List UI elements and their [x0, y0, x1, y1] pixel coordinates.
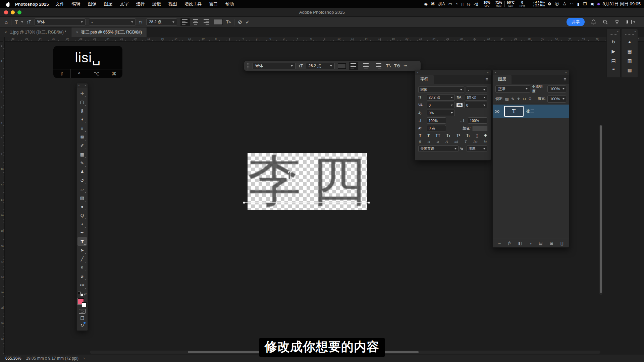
search-icon[interactable] — [602, 19, 608, 25]
quick-mask-icon[interactable] — [79, 309, 86, 314]
eyedropper-tool[interactable]: ✐ — [77, 141, 87, 150]
char-baseline-shift-input[interactable]: 0 点 — [427, 125, 446, 131]
char-color-swatch[interactable] — [473, 126, 487, 131]
canvas-text-layer[interactable]: 李四 — [248, 153, 367, 210]
home-icon[interactable]: ⌂ — [5, 19, 8, 25]
lock-position-icon[interactable]: ✛ — [517, 97, 520, 101]
brush-tool[interactable]: ✎ — [77, 159, 87, 167]
workspace-switcher-icon[interactable] — [626, 20, 632, 24]
tab-character[interactable]: 字符 — [415, 75, 434, 84]
patterns-panel-icon[interactable]: ▩ — [622, 65, 638, 75]
char-leading-select[interactable]: (自动) — [465, 94, 487, 101]
layer-style-icon[interactable]: fx — [508, 241, 511, 246]
close-tab-icon[interactable]: × — [5, 30, 7, 34]
vertical-scrollbar-thumb[interactable] — [600, 125, 602, 293]
tool-preset-icon[interactable]: T — [15, 19, 18, 25]
all-caps-icon[interactable]: TT — [436, 133, 440, 137]
menu-item[interactable]: 滤镜 — [152, 1, 161, 7]
zoom-tool[interactable]: ⌀ — [77, 272, 87, 281]
zoom-level-input[interactable]: 655.36% — [5, 356, 21, 361]
menu-item[interactable]: 文字 — [120, 1, 128, 7]
more-options-icon[interactable]: ••• — [404, 64, 407, 68]
contextual-alternates-icon[interactable]: ct — [428, 139, 430, 143]
generate-text-icon[interactable]: Tϟ — [386, 63, 391, 68]
char-tracking-select[interactable]: 0 — [464, 102, 487, 108]
window-manager-icon[interactable]: ❐ — [583, 2, 587, 6]
command-icon[interactable]: ⌘ — [431, 2, 435, 6]
context-align-center-button[interactable] — [361, 62, 371, 70]
stat-sen[interactable]: 50°CSEN — [504, 1, 517, 7]
lasso-tool[interactable]: § — [77, 106, 87, 115]
document-tab-2[interactable]: × 张三.psb @ 655% (张三, RGB/8#) — [71, 27, 147, 37]
menu-item[interactable]: 编辑 — [71, 1, 80, 7]
char-tsume-select[interactable]: 0% — [427, 110, 455, 116]
panel-menu-icon[interactable]: ≡ — [564, 77, 566, 82]
discover-lightbulb-icon[interactable] — [614, 19, 620, 25]
swap-colors-icon[interactable]: ⇄ — [84, 292, 87, 296]
apple-menu-icon[interactable] — [6, 2, 10, 7]
healing-brush-tool[interactable]: ▦ — [77, 150, 87, 159]
close-tab-icon[interactable]: × — [76, 30, 78, 34]
swash-icon[interactable]: A — [446, 139, 448, 143]
stage-manager-icon[interactable]: ▣ — [590, 2, 594, 6]
vertical-ruler[interactable]: 64202468101214161820222426283032 — [0, 42, 5, 355]
layer-name[interactable]: 张三 — [526, 109, 534, 114]
locate-icon[interactable]: ◎ — [467, 2, 470, 6]
new-layer-icon[interactable]: ⊞ — [550, 241, 553, 246]
cancel-edits-icon[interactable]: ⊘ — [238, 19, 242, 25]
underline-icon[interactable]: T — [476, 133, 478, 137]
menu-item[interactable]: 选择 — [136, 1, 145, 7]
stat-mem[interactable]: 71%MEM — [493, 1, 504, 7]
dodge-tool[interactable]: Ϙ — [77, 211, 87, 220]
char-font-family-select[interactable]: 宋体 — [418, 86, 464, 93]
layer-thumbnail[interactable]: T — [504, 106, 524, 117]
char-horizontal-scale-input[interactable]: 100% — [468, 117, 487, 124]
type-tool[interactable]: T — [77, 237, 87, 246]
char-vertical-scale-input[interactable]: 100% — [427, 117, 446, 124]
clone-stamp-tool[interactable]: ♟ — [77, 167, 87, 176]
baseline-handle-left[interactable] — [243, 201, 245, 204]
burn-tool[interactable]: ◖ — [77, 220, 87, 228]
context-font-family-select[interactable]: 宋体 — [253, 63, 296, 69]
libraries-panel-icon[interactable]: ▤ — [607, 56, 620, 65]
default-colors-icon[interactable] — [78, 292, 83, 296]
gradients-panel-icon[interactable]: ▥ — [622, 56, 638, 65]
collapse-dock-icon[interactable]: « — [635, 30, 636, 33]
context-text-color-swatch[interactable] — [338, 63, 346, 69]
char-font-style-select[interactable]: - — [466, 86, 487, 93]
ordinals-icon[interactable]: 1st — [473, 139, 478, 143]
close-panel-icon[interactable]: × — [417, 71, 419, 74]
line-tool[interactable]: ╱ — [77, 254, 87, 263]
collapse-panel-icon[interactable]: « — [487, 71, 489, 74]
menu-item[interactable]: 增效工具 — [184, 1, 202, 7]
lock-artboard-icon[interactable]: ⊡ — [523, 97, 526, 101]
commit-edits-icon[interactable]: ✓ — [246, 19, 250, 25]
titling-alternates-icon[interactable]: T — [465, 139, 467, 143]
horizontal-ruler[interactable]: 3836343230282624222018161412108642024681… — [5, 37, 644, 42]
font-style-select[interactable]: - — [89, 18, 136, 25]
discretionary-ligatures-icon[interactable]: st — [437, 139, 439, 143]
align-center-button[interactable] — [191, 18, 200, 26]
color-panel-icon[interactable]: ◕ — [622, 37, 638, 47]
display-icon[interactable]: ▭ — [448, 2, 452, 6]
context-font-size-select[interactable]: 28.2 点 — [306, 63, 335, 69]
stat-cpu[interactable]: 10%CPU — [481, 1, 493, 7]
menu-item[interactable]: 图像 — [88, 1, 96, 7]
adjustment-layer-icon[interactable]: ◑ — [529, 241, 532, 246]
opacity-select[interactable]: 100% — [547, 85, 566, 93]
blend-mode-select[interactable]: 正常 — [495, 85, 530, 93]
comments-panel-icon[interactable]: ❝ — [607, 65, 620, 75]
ligatures-icon[interactable]: fi — [419, 139, 421, 143]
stylistic-alternates-icon[interactable]: ad — [454, 139, 458, 143]
notifications-bell-icon[interactable] — [591, 19, 596, 25]
baseline-handle-right[interactable] — [368, 201, 370, 204]
close-panel-icon[interactable]: × — [78, 84, 80, 87]
share-button[interactable]: 共享 — [567, 18, 585, 26]
canvas-text[interactable]: 李四 — [248, 154, 367, 208]
ruler-origin-corner[interactable] — [0, 37, 5, 42]
context-align-left-button[interactable] — [349, 62, 358, 70]
document-tab-1[interactable]: × 1.jpg @ 178% (张三, RGB/8#) * — [0, 27, 71, 37]
stat-rpm[interactable]: 0RPM — [517, 1, 527, 7]
delete-layer-icon[interactable]: ∐ — [560, 241, 564, 246]
alipay-icon[interactable]: Ⓟ — [555, 1, 559, 7]
